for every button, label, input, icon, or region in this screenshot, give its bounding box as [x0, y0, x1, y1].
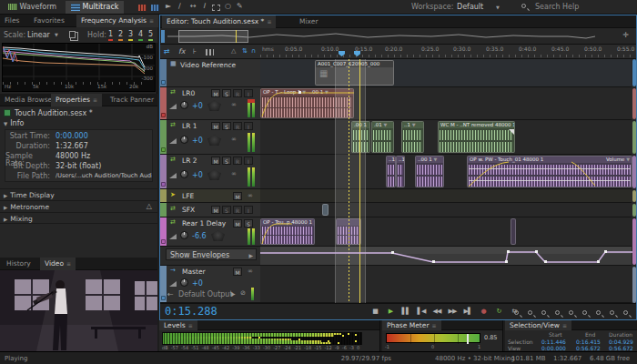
arm-button[interactable]: R [233, 89, 242, 97]
time-display-section[interactable]: ▶Time Display [0, 188, 157, 200]
track-header-master[interactable]: → Master M ∞ +0 ← Default Output ▶ ⊘ [160, 266, 260, 303]
video-preview[interactable] [0, 270, 157, 351]
mute-button[interactable]: M [211, 157, 220, 165]
track-lane-master[interactable] [260, 266, 632, 303]
scrollbar-segment[interactable] [632, 59, 636, 86]
stop-button[interactable]: ■ [368, 308, 382, 315]
info-section-header[interactable]: ▼Info [4, 120, 24, 127]
solo-button[interactable]: S [222, 206, 231, 214]
gain-value[interactable]: +0 [192, 103, 203, 110]
zoom-navigator[interactable]: ✛ [160, 28, 636, 45]
audio-clip-lr1[interactable]: .01 ▼ [371, 121, 394, 153]
surround-panner[interactable] [207, 135, 221, 146]
hold-2[interactable]: 2 [118, 31, 123, 41]
hold-4[interactable]: 4 [138, 31, 143, 41]
surround-panner[interactable] [211, 230, 225, 241]
fast-forward-button[interactable]: ▶▶ [445, 308, 460, 315]
gain-knob[interactable] [180, 278, 188, 287]
scrollbar-segment[interactable] [632, 218, 636, 265]
link-icon[interactable]: ∞ [231, 102, 237, 108]
hold-1[interactable]: 1 [108, 31, 113, 41]
track-name[interactable]: LFE [182, 193, 194, 200]
audio-clip-lr2[interactable]: ..1 [396, 156, 405, 187]
panel-menu-icon[interactable]: ≡ [562, 320, 567, 330]
prev-button[interactable]: ▌◀ [414, 308, 429, 315]
gain-knob[interactable] [180, 101, 188, 109]
metronome-toggle-icon[interactable]: △ [231, 48, 236, 55]
gain-value[interactable]: -6.6 [192, 233, 207, 240]
audio-clip-rear[interactable]: OP - Tou..p 48000 1 ▼ [260, 218, 315, 245]
copy-icon[interactable] [69, 31, 76, 38]
tab-properties[interactable]: Properties≡ [51, 94, 102, 106]
panel-menu-icon[interactable]: ≡ [149, 15, 154, 27]
levels-red-icon[interactable] [138, 5, 147, 11]
track-lane-sfx[interactable] [260, 203, 632, 217]
track-arm-indicator[interactable] [161, 113, 166, 117]
razor-tool-icon[interactable]: ∕ [178, 3, 181, 10]
gain-value[interactable]: +0 [192, 172, 203, 179]
tab-video[interactable]: Video≡ [40, 258, 76, 270]
panel-menu-icon[interactable]: ≡ [93, 94, 97, 106]
crosshair-icon[interactable]: ✛ [622, 32, 629, 39]
metronome-section[interactable]: ▶Metronome△ [0, 200, 157, 212]
tab-favorites[interactable]: Favorites [29, 15, 69, 27]
mute-button[interactable]: M [233, 192, 242, 200]
time-selection[interactable] [335, 59, 366, 303]
track-header-sfx[interactable]: ⇄ SFX M S R I [160, 203, 260, 217]
gain-knob[interactable] [180, 231, 188, 239]
routing-icon[interactable]: ⊘ [240, 290, 246, 297]
monitor-button[interactable]: I [244, 122, 253, 130]
metronome-icon[interactable]: △ [147, 203, 152, 210]
solo-button[interactable]: S [222, 89, 231, 97]
zoom-out-amplitude-button[interactable] [554, 309, 563, 318]
frequency-graph[interactable]: dB -100 -200 -300 Hz 5k 10k 15k 20k [2, 43, 156, 92]
track-header-lfe[interactable]: ➤ LFE M ∞ [160, 189, 260, 203]
zoom-full-button[interactable] [622, 309, 632, 318]
link-icon[interactable]: ∞ [248, 268, 253, 275]
solo-button[interactable]: S [222, 122, 231, 130]
pause-button[interactable]: ▌▌ [399, 308, 413, 315]
expand-arrow-icon[interactable]: ▶ [231, 291, 236, 297]
marquee-tool-icon[interactable] [212, 5, 220, 11]
link-icon[interactable]: ∞ [231, 136, 237, 143]
zoom-sel-out-button[interactable] [609, 309, 618, 318]
zoom-in-amplitude-button[interactable] [541, 309, 550, 318]
audio-clip-rear[interactable] [511, 218, 516, 245]
tab-track-panner[interactable]: Track Panner [106, 94, 158, 106]
gain-knob[interactable] [180, 170, 188, 178]
track-name[interactable]: SFX [182, 207, 195, 214]
hold-3[interactable]: 3 [128, 31, 133, 41]
chevron-down-icon[interactable]: ▼ [55, 33, 58, 37]
track-name[interactable]: Rear 1 Delay [182, 220, 226, 228]
chevron-down-icon[interactable]: ▼ [496, 5, 500, 10]
slip-tool-icon[interactable]: ⇄ [164, 48, 170, 56]
text-tool-icon[interactable]: I [203, 3, 205, 10]
monitor-button[interactable]: I [244, 157, 253, 165]
mute-button[interactable]: M [233, 268, 242, 276]
headphones-icon[interactable]: ∩ [251, 48, 256, 55]
fade-handle[interactable] [509, 129, 514, 135]
track-header-lr2[interactable]: ⇄ LR 2 M S R I +0 ∞ [160, 155, 260, 189]
monitor-button[interactable]: I [244, 89, 253, 97]
mute-button[interactable]: M [211, 206, 220, 214]
audio-clip-lr1[interactable]: WC M - ..NT removed 48000 1 ▼ [438, 121, 515, 153]
track-header-lr0[interactable]: ⇄ LR0 M S R I +0 ∞ [160, 87, 260, 120]
time-selection-tool-icon[interactable]: ↔ [190, 3, 197, 10]
scrollbar-segment[interactable] [632, 190, 636, 202]
tab-phase-meter[interactable]: Phase Meter≡ [382, 320, 441, 330]
mute-button[interactable]: M [233, 219, 242, 228]
tab-levels[interactable]: Levels≡ [159, 320, 197, 330]
mute-button[interactable]: M [211, 89, 220, 97]
mixing-section[interactable]: ▶Mixing [0, 212, 157, 224]
track-indicator[interactable] [161, 182, 166, 187]
show-envelopes-button[interactable]: Show Envelopes▶ [166, 248, 257, 260]
gain-value[interactable]: +0 [192, 280, 203, 288]
scrollbar-segment[interactable] [632, 121, 636, 154]
start-time-value[interactable]: 0:00.000 [56, 133, 88, 140]
multitrack-view-button[interactable]: Multitrack [66, 1, 124, 14]
zoom-out-time-button[interactable] [527, 309, 536, 318]
monitor-button[interactable]: I [244, 206, 253, 214]
envelope-lane[interactable] [260, 247, 632, 266]
mute-button[interactable]: M [211, 122, 220, 130]
tab-files[interactable]: Files [0, 15, 24, 27]
